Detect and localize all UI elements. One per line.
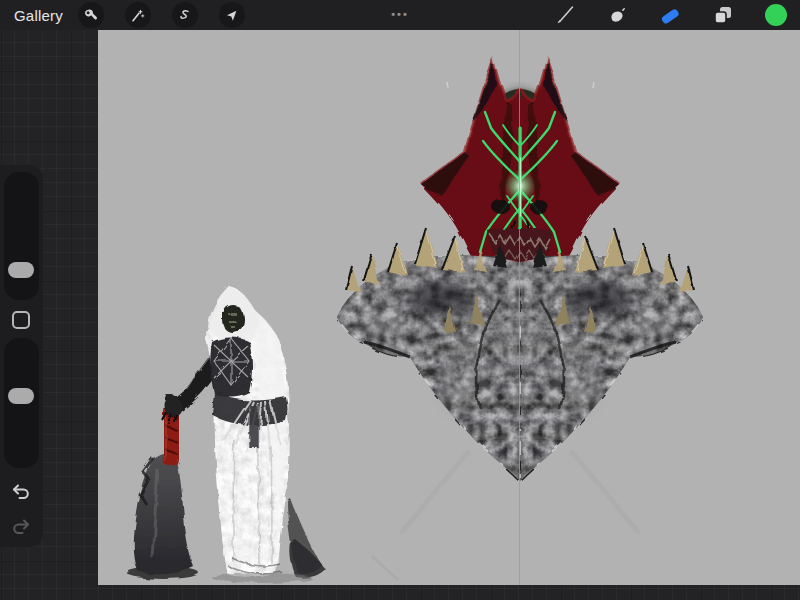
gallery-button[interactable]: Gallery	[14, 7, 63, 24]
ghost-drawing	[127, 286, 325, 583]
undo-button[interactable]	[10, 481, 32, 503]
faint-smudge	[372, 556, 398, 580]
color-swatch-circle	[764, 3, 788, 27]
drawing-canvas[interactable]	[98, 30, 800, 585]
smudge-button[interactable]	[606, 4, 628, 26]
magic-wand-icon	[130, 8, 145, 23]
paint-specks	[447, 82, 594, 88]
artwork-svg	[98, 30, 800, 585]
undo-icon	[10, 481, 32, 503]
eraser-button[interactable]	[658, 4, 682, 26]
faint-leg-line	[572, 452, 638, 532]
actions-button[interactable]	[78, 2, 104, 28]
brush-button[interactable]	[554, 4, 576, 26]
opacity-handle[interactable]	[8, 388, 34, 404]
top-toolbar: Gallery •••	[0, 0, 800, 30]
eraser-icon	[658, 4, 682, 26]
selection-s-icon	[177, 8, 192, 23]
adjustments-button[interactable]	[125, 2, 151, 28]
demon-shoulders	[520, 255, 703, 481]
modify-button[interactable]	[12, 311, 30, 329]
arrow-cursor-icon	[224, 8, 239, 23]
paint-tools	[554, 3, 788, 27]
layers-icon	[712, 4, 734, 26]
brush-size-handle[interactable]	[8, 262, 34, 278]
ghost-sword	[127, 396, 199, 579]
transform-button[interactable]	[219, 2, 245, 28]
brush-sidebar	[0, 165, 43, 547]
wrench-icon	[83, 8, 98, 23]
selection-button[interactable]	[172, 2, 198, 28]
ghost-robe	[206, 286, 325, 583]
brush-size-slider[interactable]	[4, 172, 39, 300]
procreate-app: { "top_bar": { "gallery_label": "Gallery…	[0, 0, 800, 600]
smudge-finger-icon	[606, 4, 628, 26]
layers-button[interactable]	[712, 4, 734, 26]
redo-button[interactable]	[10, 516, 32, 538]
color-button[interactable]	[764, 3, 788, 27]
redo-icon	[10, 516, 32, 538]
paint-brush-icon	[554, 4, 576, 26]
canvas-overflow-indicator[interactable]: •••	[391, 8, 409, 20]
